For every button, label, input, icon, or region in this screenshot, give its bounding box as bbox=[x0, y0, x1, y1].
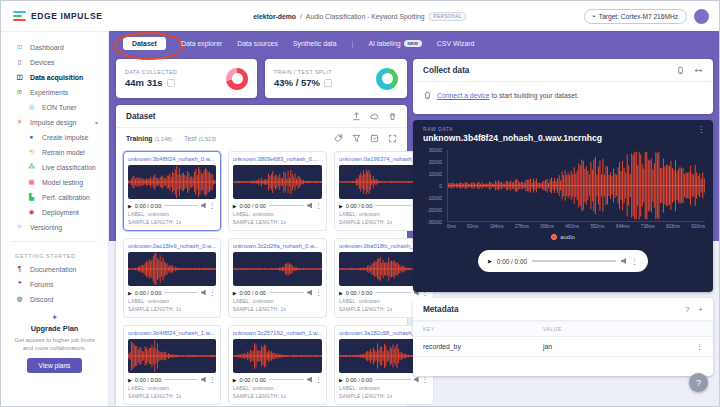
player-progress[interactable] bbox=[269, 205, 304, 206]
sidebar-item-create-impulse[interactable]: ●Create impulse bbox=[1, 130, 108, 145]
sidebar-item-retrain-model[interactable]: ⟲Retrain model bbox=[1, 145, 108, 160]
sample-card[interactable]: unknown.3809e683_nohash_0....▶0:00 / 0:0… bbox=[228, 151, 327, 231]
volume-icon[interactable] bbox=[307, 203, 312, 209]
sidebar-item-live-classification[interactable]: ⁂Live classification bbox=[1, 160, 108, 175]
player-progress[interactable] bbox=[532, 260, 616, 262]
sample-name[interactable]: unknown.0ac15fe9_nohash_0.w... bbox=[128, 243, 216, 249]
resize-icon[interactable] bbox=[694, 66, 703, 75]
play-icon[interactable]: ▶ bbox=[233, 377, 237, 383]
raw-data-menu-icon[interactable]: ⋮ bbox=[697, 126, 705, 134]
chevron-down-icon[interactable]: ▾ bbox=[95, 119, 98, 126]
sample-card[interactable]: unknown.3c2d2ffa_nohash_0.w...▶0:00 / 0:… bbox=[228, 238, 327, 318]
volume-icon[interactable] bbox=[414, 377, 419, 383]
volume-icon[interactable] bbox=[307, 377, 312, 383]
target-button[interactable]: ▪ Target: Cortex-M7 216MHz bbox=[584, 9, 687, 24]
player-progress[interactable] bbox=[164, 205, 197, 206]
sample-name[interactable]: unknown.3c257192_nohash_1.w... bbox=[233, 330, 322, 336]
tab-synthetic-data[interactable]: Synthetic data bbox=[293, 40, 337, 47]
player-progress[interactable] bbox=[375, 292, 410, 293]
edge-impulse-logo[interactable]: EDGE IMPULSE bbox=[13, 11, 102, 22]
sidebar-item-model-testing[interactable]: ▦Model testing bbox=[1, 175, 108, 190]
play-icon[interactable]: ▶ bbox=[339, 377, 343, 383]
sample-card[interactable]: unknown.3b4f8f24_nohash_0.w...▶0:00 / 0:… bbox=[123, 151, 221, 231]
play-icon[interactable]: ▶ bbox=[339, 203, 343, 209]
sidebar-item-experiments[interactable]: ⊞Experiments bbox=[1, 85, 108, 100]
play-icon[interactable]: ▶ bbox=[233, 203, 237, 209]
help-icon[interactable]: ? bbox=[685, 305, 689, 314]
sidebar-item-forums[interactable]: ❝Forums bbox=[1, 277, 108, 292]
test-tab[interactable]: Test (1,523) bbox=[184, 135, 216, 142]
sample-menu-icon[interactable]: ⋮ bbox=[209, 289, 216, 296]
sidebar-item-impulse-design[interactable]: ✳Impulse design▾ bbox=[1, 115, 108, 130]
sample-card[interactable]: unknown.3b4f8f24_nohash_1.w...▶0:00 / 0:… bbox=[123, 325, 221, 405]
cloud-icon[interactable] bbox=[370, 112, 379, 121]
sample-menu-icon[interactable]: ⋮ bbox=[209, 202, 216, 209]
sample-name[interactable]: unknown.3b4f8f24_nohash_0.w... bbox=[128, 156, 216, 162]
player-menu-icon[interactable]: ⋮ bbox=[631, 258, 638, 265]
player-progress[interactable] bbox=[375, 205, 410, 206]
tab-dataset[interactable]: Dataset bbox=[123, 37, 166, 50]
filter-icon[interactable] bbox=[352, 134, 361, 143]
volume-icon[interactable] bbox=[201, 290, 206, 296]
stat-detail-icon[interactable] bbox=[167, 79, 175, 87]
tab-data-explorer[interactable]: Data explorer bbox=[181, 40, 222, 47]
sidebar-item-eon-tuner[interactable]: ◎EON Tuner bbox=[1, 100, 108, 115]
player-progress[interactable] bbox=[164, 379, 197, 380]
sample-label: LABEL: unknown bbox=[233, 211, 322, 219]
sidebar-item-dashboard[interactable]: ⊡Dashboard bbox=[1, 40, 108, 55]
training-tab[interactable]: Training (1,148) bbox=[126, 135, 172, 142]
fullscreen-icon[interactable] bbox=[388, 134, 397, 143]
player-progress[interactable] bbox=[269, 379, 304, 380]
play-icon[interactable]: ▶ bbox=[233, 290, 237, 296]
sample-menu-icon[interactable]: ⋮ bbox=[315, 376, 322, 383]
row-menu-icon[interactable]: ⋮ bbox=[696, 343, 703, 350]
sidebar-item-discord[interactable]: ◍Discord bbox=[1, 292, 108, 307]
sample-name[interactable]: unknown.3c2d2ffa_nohash_0.w... bbox=[233, 243, 322, 249]
tab-csv-wizard[interactable]: CSV Wizard bbox=[437, 40, 475, 47]
help-fab[interactable]: ? bbox=[689, 373, 708, 392]
sidebar-item-perf-calibration[interactable]: ▙Perf. calibration bbox=[1, 190, 108, 205]
trash-icon[interactable] bbox=[388, 112, 397, 121]
upload-icon[interactable] bbox=[352, 112, 361, 121]
sample-menu-icon[interactable]: ⋮ bbox=[315, 289, 322, 296]
view-plans-button[interactable]: View plans bbox=[27, 358, 83, 373]
sparkle-icon: ✦ bbox=[11, 313, 98, 322]
sample-card[interactable]: unknown.3c257192_nohash_1.w...▶0:00 / 0:… bbox=[228, 325, 327, 405]
stat-detail-icon[interactable] bbox=[324, 79, 332, 87]
volume-icon[interactable] bbox=[307, 290, 312, 296]
player-progress[interactable] bbox=[164, 292, 197, 293]
volume-icon[interactable] bbox=[621, 258, 626, 264]
play-icon[interactable]: ▶ bbox=[128, 203, 132, 209]
device-icon[interactable] bbox=[676, 66, 685, 75]
volume-icon[interactable] bbox=[201, 377, 206, 383]
breadcrumb-project[interactable]: elektor-demo bbox=[253, 13, 296, 20]
connect-device-link[interactable]: Connect a device bbox=[437, 92, 490, 99]
sample-name[interactable]: unknown.3809e683_nohash_0.... bbox=[233, 156, 322, 162]
sidebar-item-documentation[interactable]: ¶Documentation bbox=[1, 262, 108, 277]
chart-legend[interactable]: audio bbox=[413, 234, 713, 240]
volume-icon[interactable] bbox=[201, 203, 206, 209]
add-metadata-icon[interactable]: + bbox=[698, 305, 703, 314]
play-icon[interactable]: ▶ bbox=[339, 290, 343, 296]
sidebar-item-devices[interactable]: ▯Devices bbox=[1, 55, 108, 70]
metadata-row[interactable]: recorded_by jan ⋮ bbox=[413, 337, 713, 357]
play-icon[interactable]: ▶ bbox=[128, 377, 132, 383]
play-icon[interactable]: ▶ bbox=[128, 290, 132, 296]
sample-menu-icon[interactable]: ⋮ bbox=[315, 202, 322, 209]
sample-menu-icon[interactable]: ⋮ bbox=[209, 376, 216, 383]
tab-ai-labeling[interactable]: AI labelingNEW bbox=[368, 40, 421, 47]
tab-data-sources[interactable]: Data sources bbox=[237, 40, 278, 47]
player-progress[interactable] bbox=[375, 379, 410, 380]
audio-waveform[interactable] bbox=[448, 150, 705, 221]
sidebar-item-versioning[interactable]: ⑂Versioning bbox=[1, 220, 108, 235]
sample-menu-icon[interactable]: ⋮ bbox=[422, 376, 429, 383]
sidebar-item-data-acquisition[interactable]: ◫Data acquisition bbox=[1, 70, 108, 85]
player-progress[interactable] bbox=[269, 292, 304, 293]
label-icon[interactable] bbox=[334, 134, 343, 143]
select-icon[interactable] bbox=[370, 134, 379, 143]
sample-name[interactable]: unknown.3b4f8f24_nohash_1.w... bbox=[128, 330, 216, 336]
play-icon[interactable]: ▶ bbox=[488, 258, 492, 264]
avatar[interactable] bbox=[694, 9, 709, 24]
sample-card[interactable]: unknown.0ac15fe9_nohash_0.w...▶0:00 / 0:… bbox=[123, 238, 221, 318]
sidebar-item-deployment[interactable]: ◉Deployment bbox=[1, 205, 108, 220]
